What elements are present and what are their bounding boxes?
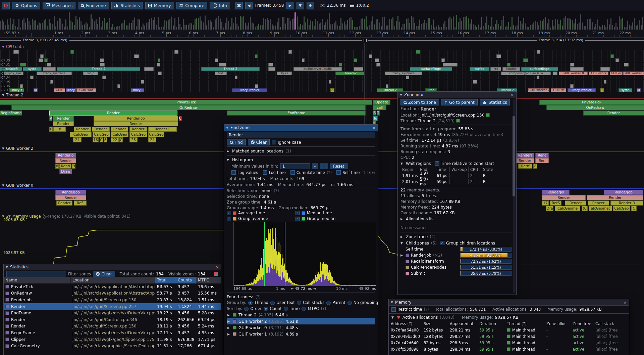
timeline-zone[interactable]: Render — [55, 195, 86, 200]
radio-parent[interactable]: Parent — [326, 300, 345, 305]
toolbar-button-messages[interactable]: Messages — [43, 2, 75, 9]
checkbox[interactable] — [231, 170, 236, 175]
cpu-zone[interactable]: surfaceflinge — [521, 67, 558, 71]
reset-button[interactable]: Reset — [330, 163, 347, 169]
cpu-zone[interactable] — [268, 63, 273, 66]
timeline-zone[interactable]: CalcGeo — [70, 132, 92, 137]
timeline-zone[interactable]: CalcGeome — [555, 206, 580, 211]
collapse-icon[interactable]: ▼ — [226, 126, 228, 129]
table-row[interactable]: OnRedrawjni/../jni/src/claw/application/… — [4, 290, 221, 297]
timeline-zone[interactable]: 22 — [111, 137, 119, 142]
cpu-zone[interactable]: Thread-2 — [57, 67, 140, 71]
table-row[interactable]: PrivateTickjni/../jni/src/claw/applicati… — [4, 283, 221, 290]
timeline-zone[interactable]: RerS — [550, 201, 561, 206]
column-header-counts[interactable]: Counts — [176, 277, 196, 283]
zone-statistics-button[interactable]: Statistics — [480, 99, 510, 105]
column-header-zone-free[interactable]: Zone free — [573, 321, 595, 326]
find-zone-titlebar[interactable]: ▼ Find zone × — [224, 125, 378, 131]
thread-header-thread-2[interactable]: ▼Thread-2 — [2, 93, 23, 97]
cpu-zone[interactable]: fnd — [215, 72, 227, 75]
timeline-zone[interactable]: BeginFrame — [0, 110, 22, 116]
cpu-zone[interactable] — [50, 80, 53, 84]
close-icon[interactable]: × — [215, 265, 219, 269]
filter-input[interactable] — [6, 271, 66, 277]
allocation-row[interactable]: 0x7dfc53d8988 bytes298.34 ms59.95 sMain … — [389, 346, 629, 352]
cpu-zone[interactable] — [624, 63, 629, 66]
cpu-zone[interactable]: syste — [23, 67, 42, 71]
prev-frame-button[interactable]: ◀ — [245, 2, 253, 9]
timeline-zone[interactable]: CalcGeo — [93, 132, 110, 137]
time-ruler[interactable]: +55.83 s1 ms2 ms3 ms4 ms5 ms6 ms7 ms8 ms… — [0, 30, 644, 38]
cpu-zone[interactable] — [537, 50, 540, 54]
radio-thread[interactable]: Thread — [248, 300, 268, 305]
timeline-zone[interactable]: OnRedraw — [546, 105, 644, 110]
cpu-zone[interactable] — [43, 67, 56, 71]
child-zone-row[interactable]: Self time172.14 µs (3.83%) — [400, 246, 512, 252]
thread-swatch[interactable] — [456, 119, 460, 123]
cpu-zone[interactable]: GUIF worker 0 — [559, 72, 588, 75]
zone-info-titlebar[interactable]: ▼ Zone info × — [398, 92, 516, 98]
cpu-zone[interactable] — [141, 80, 144, 84]
group-children-checkbox[interactable]: ✓Group children locations — [440, 241, 495, 246]
cpu-zone[interactable] — [604, 80, 606, 84]
cpu-zone[interactable] — [13, 50, 19, 54]
thread-header-guif-worker-2[interactable]: ▼GUIF worker 2 — [2, 146, 33, 151]
timeline-zone[interactable]: Render — [56, 201, 72, 206]
timeline-zone[interactable]: RenderJol — [542, 190, 570, 195]
collapse-icon[interactable]: ▼ — [400, 241, 404, 245]
radio-count[interactable]: Count — [264, 306, 282, 311]
cpu-zone[interactable]: GUIF-w — [610, 72, 623, 75]
zone-search-input[interactable] — [227, 132, 375, 138]
expand-icon[interactable]: ▶ — [400, 217, 404, 221]
frame-dropdown-button[interactable]: ▼ — [297, 2, 304, 9]
allocation-row[interactable]: 0x7e049b3d00128 bytes298.27 ms59.95 sMai… — [389, 333, 629, 340]
checkbox[interactable]: ✓ — [296, 211, 300, 215]
timeline-zone[interactable]: Render — [129, 127, 147, 132]
cpu-zone[interactable] — [100, 58, 104, 62]
timeline-zone[interactable]: T — [377, 110, 380, 116]
cpu-zone[interactable] — [30, 76, 34, 79]
timeline-zone[interactable]: Render — [94, 121, 178, 126]
timeline-zone[interactable]: 9 — [72, 164, 75, 169]
cpu-zone[interactable] — [610, 54, 614, 58]
column-header-mtpc[interactable]: MTPC — [196, 277, 221, 283]
timeline-zone[interactable]: F — [49, 127, 53, 132]
cpu-zone[interactable] — [39, 58, 43, 62]
timeline-zone[interactable]: C — [100, 137, 103, 142]
expand-icon[interactable]: ▶ — [400, 235, 404, 238]
wait-regions-header[interactable]: ▼ Wait regions ✓Time relative to zone st… — [400, 160, 512, 167]
cpu-zone[interactable]: GUIF worker 2 — [528, 88, 549, 92]
cpu-zone[interactable]: kworke — [502, 67, 520, 71]
cpu-zone[interactable]: syste — [619, 88, 632, 92]
cpu-zone[interactable]: I — [600, 88, 604, 92]
cpu-zone[interactable] — [553, 72, 557, 75]
radio-order[interactable]: Order — [244, 306, 262, 311]
timeline-zone[interactable]: 8 — [533, 164, 537, 169]
cpu-zone[interactable] — [443, 63, 458, 66]
timeline-zone[interactable]: PrivateTick — [539, 100, 644, 105]
cpu-zone[interactable] — [20, 63, 26, 66]
cpu-zone[interactable] — [523, 58, 528, 62]
timeline-zone[interactable]: C — [119, 137, 123, 142]
cpu-zone[interactable]: A — [330, 88, 334, 92]
memory-titlebar[interactable]: ▼ Memory × — [389, 299, 629, 306]
cpu-zone[interactable] — [441, 58, 445, 62]
timeline-zone[interactable]: 24 — [148, 137, 156, 142]
clear-filter-button[interactable]: Clear — [93, 271, 115, 277]
cpu-zone[interactable]: Tracy — [66, 88, 76, 92]
timeline-zone[interactable]: 18. — [53, 127, 66, 132]
timeline-zone[interactable]: Render — [55, 158, 76, 163]
time-relative-checkbox[interactable]: ✓Time relative to zone start — [435, 161, 494, 166]
cpu-zone[interactable]: rot — [490, 67, 501, 71]
checkbox[interactable] — [272, 140, 276, 144]
cpu-zone[interactable] — [386, 84, 388, 88]
self-time-checkbox[interactable]: Self time(1.16%) — [336, 170, 377, 175]
child-zones-header[interactable]: ▼ Child zones(5) ✓Group children locatio… — [400, 240, 512, 246]
column-header-duration[interactable]: Duration — [479, 321, 507, 326]
checkbox[interactable]: ✓ — [440, 241, 444, 245]
cpu-zone[interactable]: Tracy s — [9, 88, 24, 92]
collapse-icon[interactable]: ▼ — [391, 316, 395, 319]
legend-checkbox-group-average[interactable]: ✓Group average — [227, 216, 296, 221]
cpu-zone[interactable] — [158, 72, 162, 75]
cpu-zone[interactable] — [20, 84, 23, 88]
